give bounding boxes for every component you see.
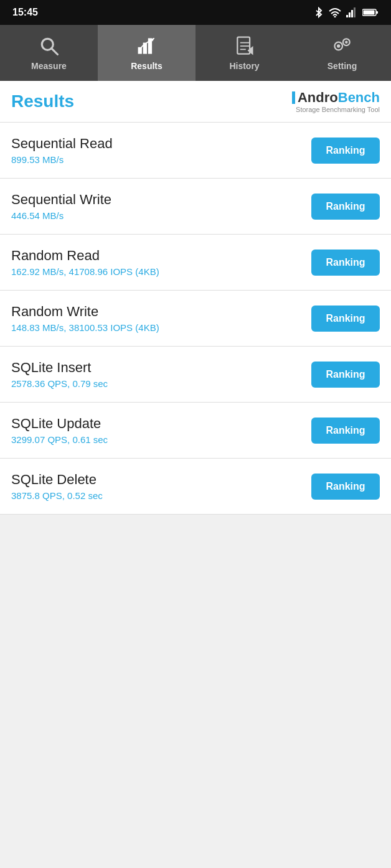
result-name: Random Write [11,304,159,320]
status-time: 15:45 [12,7,38,18]
svg-rect-7 [364,11,375,15]
ranking-button[interactable]: Ranking [311,362,380,388]
logo-subtitle: Storage Benchmarking Tool [296,106,380,113]
result-info: SQLite Insert 2578.36 QPS, 0.79 sec [11,360,108,389]
result-row: SQLite Insert 2578.36 QPS, 0.79 sec Rank… [0,347,391,403]
signal-icon [346,7,357,17]
logo-container: AndroBench Storage Benchmarking Tool [292,90,380,113]
svg-rect-2 [349,12,351,17]
result-name: SQLite Update [11,416,108,432]
result-value: 2578.36 QPS, 0.79 sec [11,378,108,389]
svg-rect-6 [376,11,378,14]
svg-point-20 [337,44,340,47]
result-info: SQLite Delete 3875.8 QPS, 0.52 sec [11,472,103,501]
bluetooth-icon [314,7,324,18]
svg-rect-4 [354,7,356,17]
result-value: 446.54 MB/s [11,210,111,221]
result-value: 148.83 MB/s, 38100.53 IOPS (4KB) [11,322,159,333]
status-icons [314,7,379,18]
ranking-button[interactable]: Ranking [311,306,380,332]
result-info: Sequential Write 446.54 MB/s [11,192,111,221]
svg-rect-3 [351,10,353,17]
nav-item-setting[interactable]: Setting [293,25,391,81]
result-value: 3875.8 QPS, 0.52 sec [11,490,103,501]
result-row: SQLite Update 3299.07 QPS, 0.61 sec Rank… [0,403,391,459]
logo-bar: AndroBench [292,90,380,106]
logo-andro: Andro [298,90,338,105]
result-name: Random Read [11,248,159,264]
chart-icon [136,35,158,57]
gear-icon [331,35,354,57]
logo-bench: Bench [338,90,380,105]
bottom-area [0,515,391,701]
logo-bar-accent [292,91,295,104]
ranking-button[interactable]: Ranking [311,250,380,276]
ranking-button[interactable]: Ranking [311,418,380,444]
result-row: SQLite Delete 3875.8 QPS, 0.52 sec Ranki… [0,459,391,515]
result-name: Sequential Write [11,192,111,208]
result-row: Random Read 162.92 MB/s, 41708.96 IOPS (… [0,235,391,291]
result-value: 162.92 MB/s, 41708.96 IOPS (4KB) [11,266,159,277]
ranking-button[interactable]: Ranking [311,194,380,220]
svg-point-22 [345,40,348,44]
result-row: Random Write 148.83 MB/s, 38100.53 IOPS … [0,291,391,347]
nav-label-results: Results [131,61,163,71]
nav-item-results[interactable]: Results [98,25,196,81]
page-header: Results AndroBench Storage Benchmarking … [0,81,391,123]
result-row: Sequential Read 899.53 MB/s Ranking [0,123,391,179]
result-name: Sequential Read [11,136,113,152]
result-row: Sequential Write 446.54 MB/s Ranking [0,179,391,235]
nav-label-setting: Setting [327,61,357,71]
result-info: Random Write 148.83 MB/s, 38100.53 IOPS … [11,304,159,333]
result-name: SQLite Insert [11,360,108,376]
nav-label-history: History [229,61,259,71]
battery-icon [362,8,379,17]
result-value: 3299.07 QPS, 0.61 sec [11,434,108,445]
document-icon [233,35,256,57]
wifi-icon [329,7,341,17]
result-value: 899.53 MB/s [11,154,113,165]
ranking-button[interactable]: Ranking [311,138,380,164]
result-info: SQLite Update 3299.07 QPS, 0.61 sec [11,416,108,445]
nav-item-history[interactable]: History [196,25,293,81]
ranking-button[interactable]: Ranking [311,474,380,500]
result-info: Random Read 162.92 MB/s, 41708.96 IOPS (… [11,248,159,277]
page-title: Results [11,91,74,111]
result-name: SQLite Delete [11,472,103,488]
nav-label-measure: Measure [31,61,67,71]
search-icon [38,35,60,57]
nav-item-measure[interactable]: Measure [0,25,98,81]
logo-text: AndroBench [298,90,380,106]
svg-rect-1 [346,15,348,17]
results-list: Sequential Read 899.53 MB/s Ranking Sequ… [0,123,391,515]
svg-point-0 [334,16,336,18]
status-bar: 15:45 [0,0,391,25]
nav-bar: Measure Results History [0,25,391,81]
result-info: Sequential Read 899.53 MB/s [11,136,113,165]
svg-rect-14 [237,37,250,54]
svg-line-9 [51,49,57,55]
